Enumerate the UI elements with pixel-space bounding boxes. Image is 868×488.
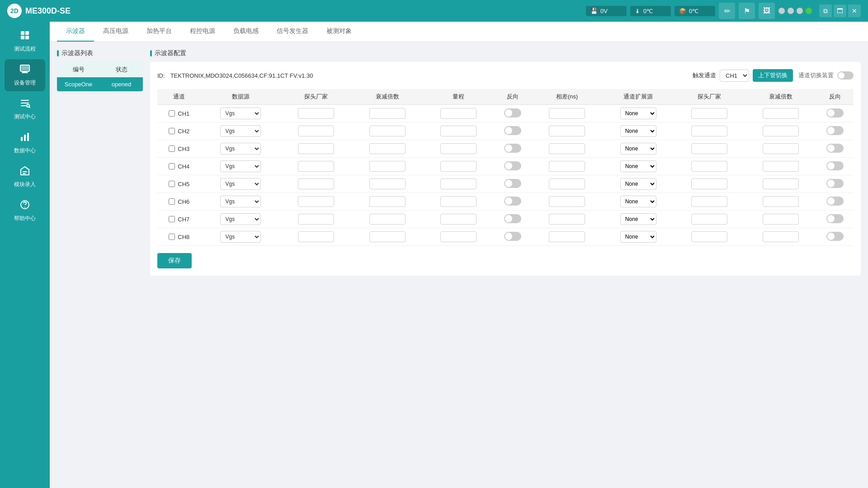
restore-button[interactable]: ⧉	[819, 5, 832, 17]
range-input-CH3[interactable]	[440, 143, 476, 154]
ext-source-select-CH1[interactable]: None	[620, 108, 656, 119]
checkbox-CH2[interactable]	[169, 128, 175, 134]
delay-input-CH7[interactable]	[549, 214, 585, 225]
ext-attn-input-CH5[interactable]	[763, 178, 799, 189]
ext-invert-toggle-CH5[interactable]	[826, 179, 844, 188]
maximize-button[interactable]: 🗖	[834, 5, 846, 17]
tab-prog-power[interactable]: 程控电源	[181, 22, 224, 42]
ext-invert-toggle-CH7[interactable]	[826, 214, 844, 223]
probe-input-CH2[interactable]	[298, 126, 334, 136]
probe-input-CH4[interactable]	[298, 161, 334, 172]
invert-toggle-CH7[interactable]	[504, 214, 521, 223]
sidebar-item-test-center[interactable]: 测试中心	[5, 93, 45, 125]
attn-input-CH4[interactable]	[369, 161, 406, 172]
invert-toggle-CH2[interactable]	[504, 126, 521, 135]
attn-input-CH6[interactable]	[369, 196, 406, 207]
tab-signal-gen[interactable]: 信号发生器	[268, 22, 317, 42]
delay-input-CH4[interactable]	[549, 161, 585, 172]
ext-source-select-CH5[interactable]: None	[620, 178, 656, 190]
source-select-CH2[interactable]: VgsVdsId	[220, 125, 261, 137]
ext-attn-input-CH4[interactable]	[763, 161, 799, 172]
delay-input-CH5[interactable]	[549, 178, 585, 189]
invert-toggle-CH4[interactable]	[504, 161, 521, 170]
ext-attn-input-CH8[interactable]	[763, 231, 799, 242]
attn-input-CH8[interactable]	[369, 231, 406, 242]
ext-attn-input-CH2[interactable]	[763, 126, 799, 136]
source-select-CH5[interactable]: VgsVdsId	[220, 178, 261, 190]
channel-switch-toggle[interactable]	[837, 71, 854, 80]
delay-input-CH1[interactable]	[549, 108, 585, 119]
pen-button[interactable]: ✏	[719, 3, 735, 19]
ext-invert-toggle-CH4[interactable]	[826, 161, 844, 170]
probe-input-CH1[interactable]	[298, 108, 334, 119]
ext-probe-input-CH1[interactable]	[691, 108, 727, 119]
ext-source-select-CH8[interactable]: None	[620, 231, 656, 243]
sidebar-item-data-center[interactable]: 数据中心	[5, 127, 45, 159]
range-input-CH6[interactable]	[440, 196, 476, 207]
attn-input-CH3[interactable]	[369, 143, 406, 154]
delay-input-CH3[interactable]	[549, 143, 585, 154]
delay-input-CH6[interactable]	[549, 196, 585, 207]
ext-probe-input-CH7[interactable]	[691, 214, 727, 225]
invert-toggle-CH5[interactable]	[504, 179, 521, 188]
probe-input-CH3[interactable]	[298, 143, 334, 154]
ext-source-select-CH3[interactable]: None	[620, 143, 656, 155]
trigger-select[interactable]: CH1 CH2 CH3 CH4	[720, 70, 749, 82]
attn-input-CH2[interactable]	[369, 126, 406, 136]
source-select-CH1[interactable]: VgsVdsId	[220, 108, 261, 119]
attn-input-CH1[interactable]	[369, 108, 406, 119]
checkbox-CH5[interactable]	[169, 181, 175, 187]
ext-probe-input-CH3[interactable]	[691, 143, 727, 154]
ext-invert-toggle-CH2[interactable]	[826, 126, 844, 135]
delay-input-CH2[interactable]	[549, 126, 585, 136]
source-select-CH7[interactable]: VgsVdsId	[220, 213, 261, 225]
source-select-CH4[interactable]: VgsVdsId	[220, 160, 261, 172]
attn-input-CH7[interactable]	[369, 214, 406, 225]
sidebar-item-device-manage[interactable]: 设备管理	[5, 59, 45, 91]
ext-source-select-CH6[interactable]: None	[620, 196, 656, 207]
range-input-CH5[interactable]	[440, 178, 476, 189]
range-input-CH2[interactable]	[440, 126, 476, 136]
source-select-CH8[interactable]: VgsVdsId	[220, 231, 261, 243]
probe-input-CH7[interactable]	[298, 214, 334, 225]
switch-btn[interactable]: 上下管切换	[753, 69, 793, 82]
delay-input-CH8[interactable]	[549, 231, 585, 242]
ext-probe-input-CH8[interactable]	[691, 231, 727, 242]
ext-source-select-CH4[interactable]: None	[620, 160, 656, 172]
ext-attn-input-CH3[interactable]	[763, 143, 799, 154]
probe-input-CH8[interactable]	[298, 231, 334, 242]
source-select-CH6[interactable]: VgsVdsId	[220, 196, 261, 207]
sidebar-item-test-flow[interactable]: 测试流程	[5, 25, 45, 57]
tab-oscilloscope[interactable]: 示波器	[57, 22, 94, 42]
checkbox-CH8[interactable]	[169, 234, 175, 240]
ext-probe-input-CH4[interactable]	[691, 161, 727, 172]
ext-probe-input-CH6[interactable]	[691, 196, 727, 207]
ext-attn-input-CH1[interactable]	[763, 108, 799, 119]
save-button[interactable]: 保存	[157, 253, 192, 268]
invert-toggle-CH3[interactable]	[504, 144, 521, 153]
ext-invert-toggle-CH6[interactable]	[826, 197, 844, 206]
range-input-CH4[interactable]	[440, 161, 476, 172]
probe-input-CH5[interactable]	[298, 178, 334, 189]
invert-toggle-CH6[interactable]	[504, 197, 521, 206]
ext-source-select-CH7[interactable]: None	[620, 213, 656, 225]
scope-list-row[interactable]: ScopeOne opened	[57, 77, 143, 91]
range-input-CH7[interactable]	[440, 214, 476, 225]
close-button[interactable]: ✕	[848, 5, 861, 17]
flag-button[interactable]: ⚑	[739, 3, 755, 19]
sidebar-item-help-center[interactable]: 帮助中心	[5, 195, 45, 227]
ext-probe-input-CH5[interactable]	[691, 178, 727, 189]
ext-invert-toggle-CH1[interactable]	[826, 108, 844, 117]
tab-heating[interactable]: 加热平台	[137, 22, 181, 42]
source-select-CH3[interactable]: VgsVdsId	[220, 143, 261, 155]
checkbox-CH3[interactable]	[169, 145, 175, 152]
ext-source-select-CH2[interactable]: None	[620, 125, 656, 137]
range-input-CH8[interactable]	[440, 231, 476, 242]
tab-load-power[interactable]: 负载电感	[224, 22, 268, 42]
invert-toggle-CH8[interactable]	[504, 232, 521, 241]
ext-invert-toggle-CH3[interactable]	[826, 144, 844, 153]
ext-attn-input-CH7[interactable]	[763, 214, 799, 225]
checkbox-CH1[interactable]	[169, 110, 175, 117]
probe-input-CH6[interactable]	[298, 196, 334, 207]
sidebar-item-module-entry[interactable]: 模块录入	[5, 161, 45, 193]
